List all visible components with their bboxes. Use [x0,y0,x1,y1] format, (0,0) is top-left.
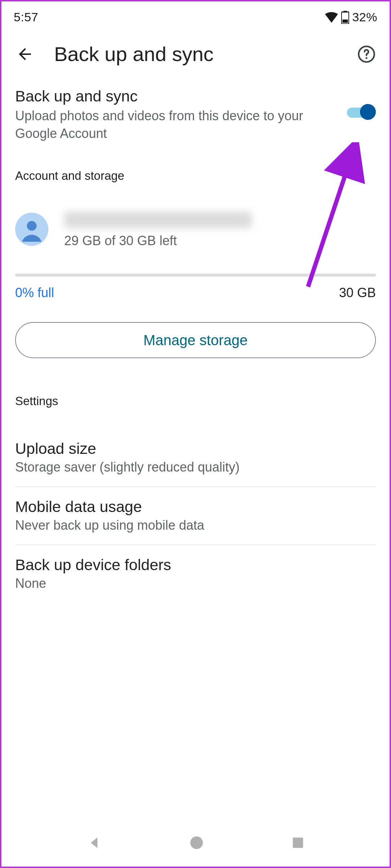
avatar-icon [15,213,48,247]
status-time: 5:57 [14,10,38,24]
battery-icon [341,11,349,24]
account-row[interactable]: 29 GB of 30 GB left [15,212,376,274]
svg-rect-9 [293,838,303,848]
page-title: Back up and sync [54,42,337,66]
backup-sync-desc: Upload photos and videos from this devic… [15,107,304,142]
wifi-icon [325,12,338,23]
svg-point-8 [190,837,203,849]
svg-rect-2 [343,19,348,23]
app-bar: Back up and sync [1,31,390,87]
storage-left: 29 GB of 30 GB left [64,233,252,248]
status-right: 32% [325,10,377,24]
storage-progress-bar [15,274,376,277]
nav-back-button[interactable] [86,835,102,851]
setting-device-folders-title: Back up device folders [15,556,376,574]
backup-sync-toggle[interactable] [347,104,376,120]
android-nav-bar [3,827,388,867]
section-settings: Settings [15,358,376,429]
storage-percent-full: 0% full [15,285,54,300]
nav-recents-button[interactable] [291,836,305,850]
setting-mobile-data-title: Mobile data usage [15,498,376,516]
setting-mobile-data[interactable]: Mobile data usage Never back up using mo… [15,487,376,545]
storage-progress-labels: 0% full 30 GB [15,277,376,300]
setting-upload-size-title: Upload size [15,440,376,457]
nav-home-button[interactable] [189,835,204,850]
back-button[interactable] [16,45,34,63]
setting-upload-size[interactable]: Upload size Storage saver (slightly redu… [15,429,376,487]
section-account-storage: Account and storage [15,169,376,212]
setting-mobile-data-desc: Never back up using mobile data [15,518,376,533]
svg-point-4 [365,57,367,59]
svg-rect-1 [344,11,347,13]
manage-storage-button[interactable]: Manage storage [15,322,376,358]
svg-point-6 [27,221,37,231]
setting-upload-size-desc: Storage saver (slightly reduced quality) [15,460,376,475]
account-email-redacted [64,212,252,228]
backup-sync-title: Back up and sync [15,87,304,105]
backup-sync-row: Back up and sync Upload photos and video… [15,87,376,169]
help-button[interactable] [357,45,376,64]
status-bar: 5:57 32% [1,1,390,31]
battery-percentage: 32% [352,10,377,24]
setting-device-folders[interactable]: Back up device folders None [15,545,376,603]
setting-device-folders-desc: None [15,576,376,591]
storage-total: 30 GB [339,285,376,300]
